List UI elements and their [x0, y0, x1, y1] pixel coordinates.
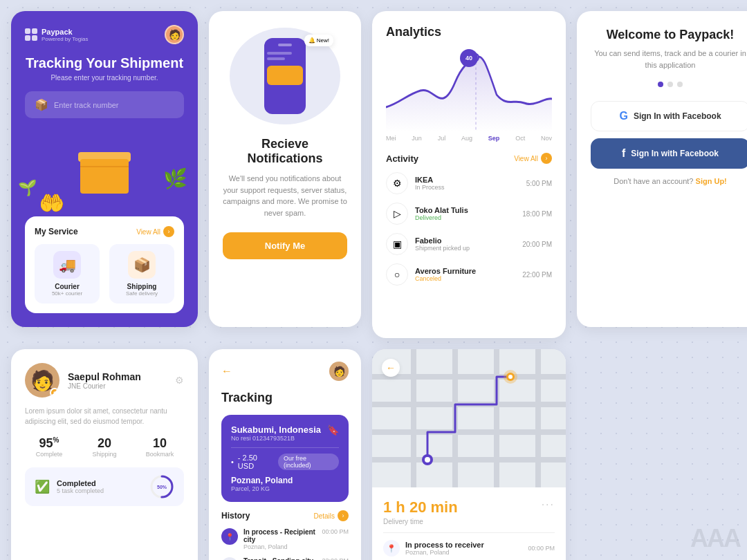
profile-avatar: 🧑 ★	[25, 363, 59, 398]
bookmark-icon[interactable]: 🔖	[327, 424, 339, 436]
stat-complete: 95% Complete	[25, 436, 73, 458]
activity-view-all-badge: ›	[541, 153, 552, 164]
bullet-icon: •	[231, 458, 234, 466]
google-signin-button[interactable]: G Sign In with Facebook	[591, 101, 747, 131]
completed-label: Completed	[57, 479, 104, 487]
plant-left-icon: 🌱	[18, 179, 37, 197]
courier-label: Courier	[42, 283, 93, 290]
view-all-button[interactable]: View All ›	[136, 226, 174, 237]
completed-icon: ✅	[35, 479, 50, 494]
track-amount: • - 2.50 USD Our free (included)	[231, 454, 339, 470]
search-icon: 📦	[35, 98, 48, 111]
track-input[interactable]	[54, 101, 174, 109]
destination-info: Poznan, Poland Parcel, 20 KG	[231, 476, 339, 492]
chart-peak-label: 40	[460, 49, 478, 67]
hand-icon: 🤲	[39, 191, 64, 215]
signup-link[interactable]: Sign Up!	[696, 177, 727, 185]
courier-icon-wrap: 🚚	[53, 251, 81, 279]
card-thumb	[267, 66, 303, 85]
map-card: ← 1 h 20 min Delivery time ··· 📍 In proc…	[372, 349, 566, 560]
in-process-city: Poznan, Poland	[405, 549, 484, 556]
activity-info-fabelio: Fabelio Shipment picked up	[415, 236, 515, 252]
free-badge: Our free (included)	[278, 454, 339, 470]
stat-shipping: 20 Shipping	[80, 436, 129, 458]
activity-info-toko: Toko Alat Tulis Delivered	[415, 206, 515, 221]
avatar-badge: ★	[50, 388, 59, 398]
tracking-subtitle: Please enter your tracking number.	[25, 74, 184, 82]
origin-info: Sukabumi, Indonesia No resi 01234793521B	[231, 424, 321, 442]
gear-icon[interactable]: ⚙	[175, 375, 184, 386]
delivery-time: 1 h 20 min	[383, 498, 458, 516]
analytics-chart: 40	[386, 49, 552, 132]
details-link-wrap[interactable]: Details ›	[313, 510, 349, 521]
history-item-2: ↻ Transit - Sending city Jakarta, Indone…	[221, 557, 349, 560]
svg-point-15	[425, 457, 430, 463]
view-all-badge: ›	[163, 226, 174, 237]
progress-circle: 50%	[149, 474, 174, 499]
service-shipping[interactable]: 📦 Shipping Safe delivery	[109, 244, 174, 304]
map-back-button[interactable]: ←	[382, 359, 400, 377]
activity-info-ikea: IKEA In Process	[415, 176, 519, 191]
service-items-list: 🚚 Courier 50k+ courier 📦 Shipping Safe d…	[35, 244, 174, 304]
box-body	[80, 159, 129, 194]
brand-name: Paypack Powered by Togias	[42, 28, 88, 42]
track-search-box[interactable]: 📦	[25, 91, 184, 118]
notify-me-button[interactable]: Notify Me	[223, 232, 347, 259]
activity-header: Activity View All ›	[386, 153, 552, 164]
notifications-body: We'll send you notifications about your …	[223, 173, 347, 218]
my-service-title: My Service	[35, 227, 78, 236]
tracking-avatar: 🧑	[329, 362, 349, 381]
history-title: History	[221, 511, 250, 521]
shipment-illustration: 🌿 🌱 🤲	[25, 128, 184, 211]
google-icon: G	[619, 110, 627, 122]
analytics-title: Analytics	[386, 25, 552, 39]
profile-desc: Lorem ipsum dolor sit amet, consectetur …	[25, 406, 184, 427]
activity-view-all[interactable]: View All ›	[514, 153, 552, 164]
activity-item-toko: ▷ Toko Alat Tulis Delivered 18:00 PM	[386, 203, 552, 225]
activity-item-averos: ○ Averos Furniture Canceled 22:00 PM	[386, 263, 552, 286]
activity-item-ikea: ⚙ IKEA In Process 5:00 PM	[386, 172, 552, 194]
notification-bubble: 🔔 New!	[304, 35, 333, 46]
back-icon: ←	[382, 359, 400, 377]
user-avatar[interactable]: 🧑	[165, 25, 184, 44]
dest-city: Poznan, Poland	[231, 476, 339, 485]
logo-area: Paypack Powered by Togias	[25, 28, 88, 42]
completed-info: Completed 5 task completed	[57, 479, 104, 494]
profile-stats: 95% Complete 20 Shipping 10 Bookmark	[25, 436, 184, 458]
divider	[383, 532, 555, 533]
tracking-number: No resi 01234793521B	[231, 435, 321, 442]
history-item-1: 📍 In process - Recipient city Poznan, Po…	[221, 528, 349, 550]
shipping-icon-wrap: 📦	[128, 251, 156, 279]
details-badge: ›	[338, 510, 349, 521]
service-header: My Service View All ›	[35, 226, 174, 237]
shipping-label: Shipping	[116, 283, 167, 290]
courier-sub: 50k+ courier	[42, 290, 93, 297]
plant-right-icon: 🌿	[163, 167, 187, 190]
activity-item-fabelio: ▣ Fabelio Shipment picked up 20:00 PM	[386, 233, 552, 255]
welcome-title: Welcome to Paypack!	[591, 28, 747, 42]
welcome-body: You can send items, track and be a couri…	[591, 48, 747, 71]
history-info-2: Transit - Sending city Jakarta, Indonesi…	[243, 557, 316, 560]
track-card-header: Sukabumi, Indonesia No resi 01234793521B…	[231, 424, 339, 442]
dots-menu[interactable]: ···	[542, 498, 555, 511]
phone-mockup	[264, 38, 306, 114]
analytics-card: Analytics 40	[372, 11, 566, 338]
tracking-shipment-card: Paypack Powered by Togias 🧑 Tracking You…	[11, 11, 198, 327]
signup-prompt: Don't have an account? Sign Up!	[591, 176, 747, 187]
map-footer: 1 h 20 min Delivery time ··· 📍 In proces…	[372, 487, 566, 560]
facebook-signin-button[interactable]: f Sign In with Facebook	[591, 138, 747, 169]
my-service-section: My Service View All › 🚚 Courier 50k+ cou…	[25, 216, 184, 313]
tracking-detail-top: ← 🧑	[221, 362, 349, 381]
dot-1	[658, 82, 663, 87]
service-courier[interactable]: 🚚 Courier 50k+ courier	[35, 244, 100, 304]
progress-label: 50%	[157, 485, 167, 489]
profile-top: 🧑 ★ Saepul Rohman JNE Courier ⚙	[25, 363, 184, 398]
profile-card: 🧑 ★ Saepul Rohman JNE Courier ⚙ Lorem ip…	[11, 349, 198, 560]
notifications-card: 🔔 New! Recieve Notifications We'll send …	[209, 11, 361, 327]
completed-section: ✅ Completed 5 task completed 50%	[25, 467, 184, 506]
delivery-status-row: 📍 In process to receiver Poznan, Poland …	[383, 540, 555, 557]
completed-sub: 5 task completed	[57, 487, 104, 494]
back-arrow[interactable]: ←	[221, 365, 232, 377]
notifications-title: Recieve Notifications	[223, 137, 347, 166]
delivery-status-icon: 📍	[383, 540, 400, 557]
